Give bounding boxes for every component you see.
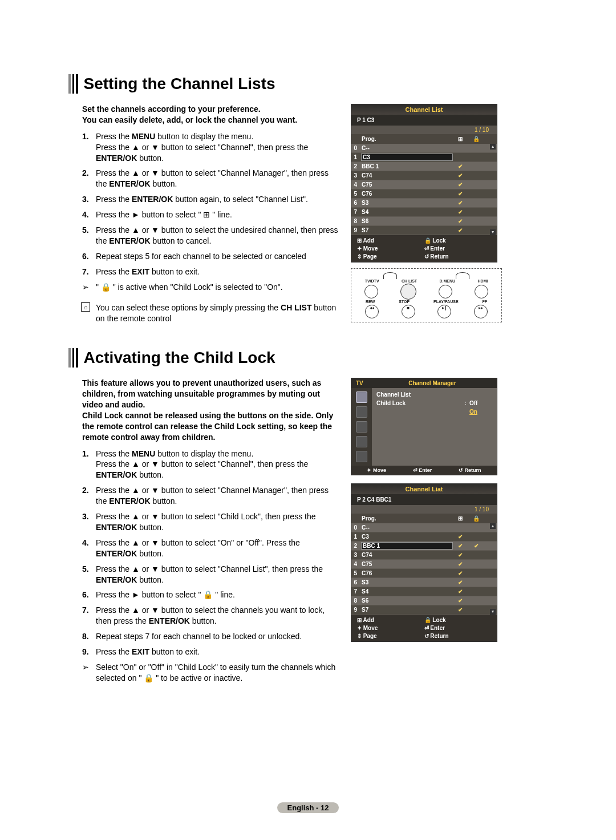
remote-illustration: TV/DTV CH LIST D.MENU HDMI REW STOP PLAY… — [351, 268, 502, 322]
cm-footer-move: ✦ Move — [367, 467, 386, 473]
osd2-footer: ⊞ Add 🔒 Lock ✦ Move ⏎ Enter ⇕ Page ↺ Ret… — [351, 615, 497, 641]
osd-cm-tv-label: TV — [351, 378, 368, 388]
osd-channel-row[interactable]: 0C-- — [351, 523, 497, 532]
step: Press the ▲ or ▼ button to select the ch… — [82, 605, 339, 627]
scroll-up-icon[interactable]: ▴ — [490, 523, 496, 529]
osd2-title: Channel Liat — [351, 484, 497, 494]
remote-label: TV/DTV — [365, 279, 379, 284]
osd-channel-row[interactable]: 6S3✔ — [351, 578, 497, 587]
col-prog: Prog. — [362, 515, 452, 522]
remote-button — [439, 285, 452, 298]
osd-channel-row[interactable]: 3C74✔ — [351, 551, 497, 560]
header-bars-icon — [68, 348, 78, 368]
osd-channel-row[interactable]: 2BBC 1✔ — [351, 162, 497, 171]
osd1-sub: P 1 C3 — [351, 115, 497, 126]
osd-footer-move: ✦ Move — [357, 625, 424, 631]
osd-footer-lock: 🔒 Lock — [424, 237, 492, 244]
osd-channel-row[interactable]: 4C75✔ — [351, 560, 497, 569]
section1-tip: You can select these options by simply p… — [68, 302, 339, 324]
section1-steps: Press the MENU button to display the men… — [68, 131, 339, 277]
step: Press the ▲ or ▼ button to select "Chann… — [82, 168, 339, 189]
osd-footer-move: ✦ Move — [357, 245, 424, 252]
osd2-sub: P 2 C4 BBC1 — [351, 494, 497, 505]
osd-channel-row[interactable]: 6S3✔ — [351, 199, 497, 208]
scroll-down-icon[interactable]: ▾ — [490, 229, 496, 235]
section2-header: Activating the Child Lock — [68, 348, 565, 368]
remote-label: CH LIST — [402, 279, 417, 284]
header-bars-icon — [68, 74, 78, 94]
step: Press the ▲ or ▼ button to select "Chann… — [82, 564, 339, 585]
osd-channel-row[interactable]: 9S7✔ — [351, 605, 497, 615]
col-add-icon: ⊞ — [452, 136, 468, 142]
cm-footer-return: ↺ Return — [459, 467, 481, 473]
section2-body: This feature allows you to prevent unaut… — [68, 378, 339, 686]
remote-chlist-button — [400, 284, 416, 300]
osd1-title: Channel List — [351, 104, 497, 115]
scroll-up-icon[interactable]: ▴ — [490, 144, 496, 150]
sidebar-icon — [356, 451, 367, 462]
osd-channel-row[interactable]: 9S7✔ — [351, 226, 497, 235]
child-lock-on-selected: On — [469, 409, 492, 415]
step: Press the ▲ or ▼ button to select "Chann… — [82, 485, 339, 507]
osd-footer-enter: ⏎ Enter — [424, 625, 492, 631]
remote-rew-icon: ◂◂ — [365, 305, 379, 318]
osd-cm-title: Channel Manager — [368, 378, 497, 388]
osd-channel-manager: TV Channel Manager Channel List Chi — [351, 378, 497, 475]
osd-cm-footer: ✦ Move ⏎ Enter ↺ Return — [351, 466, 497, 475]
osd-channel-row[interactable]: 4C75✔ — [351, 180, 497, 189]
remote-arc-icon — [456, 272, 469, 279]
osd-channel-row[interactable]: 1C3 — [351, 153, 497, 162]
osd-footer-page: ⇕ Page — [357, 633, 424, 639]
remote-label: PLAY/PAUSE — [433, 300, 459, 304]
sidebar-icon — [356, 406, 367, 418]
osd-channel-list-2: Channel Liat P 2 C4 BBC1 1 / 10 Prog. ⊞ … — [351, 483, 497, 642]
remote-label: STOP — [399, 300, 410, 304]
osd2-counter: 1 / 10 — [351, 505, 497, 514]
osd1-table-head: Prog. ⊞ 🔒 — [351, 134, 497, 144]
sidebar-icon — [356, 436, 367, 447]
osd1-footer: ⊞ Add 🔒 Lock ✦ Move ⏎ Enter ⇕ Page ↺ Ret… — [351, 235, 497, 262]
remote-arc-icon — [383, 272, 397, 279]
section1-body: Set the channels according to your prefe… — [68, 104, 339, 328]
remote-play-icon: ▸‖ — [437, 305, 451, 318]
osd-channel-list-1: Channel List P 1 C3 1 / 10 Prog. ⊞ 🔒 ▴ ▾… — [351, 104, 497, 262]
sidebar-icon — [356, 421, 367, 433]
step: Press the ▲ or ▼ button to select the un… — [82, 225, 339, 247]
osd-channel-row[interactable]: 0C-- — [351, 144, 497, 153]
osd-footer-return: ↺ Return — [424, 633, 492, 639]
scroll-down-icon[interactable]: ▾ — [490, 609, 496, 615]
osd-channel-row[interactable]: 7S4✔ — [351, 587, 497, 596]
osd-channel-row[interactable]: 8S6✔ — [351, 217, 497, 226]
step: Press the ► button to select " ⊞ " line. — [82, 209, 339, 220]
osd-footer-return: ↺ Return — [424, 253, 492, 260]
osd2-table-head: Prog. ⊞ 🔒 — [351, 514, 497, 523]
osd-channel-row[interactable]: 1C3✔ — [351, 532, 497, 542]
section1-title: Setting the Channel Lists — [84, 75, 275, 93]
sidebar-icon — [356, 391, 367, 403]
remote-button — [364, 285, 378, 298]
menu-item: Channel List — [376, 391, 492, 398]
col-prog: Prog. — [362, 136, 452, 142]
osd1-rows: ▴ ▾ 0C--1C32BBC 1✔3C74✔4C75✔5C76✔6S3✔7S4… — [351, 144, 497, 235]
remote-label: D.MENU — [439, 279, 455, 284]
section2-steps: Press the MENU button to display the men… — [68, 449, 339, 657]
osd-footer-add: ⊞ Add — [357, 237, 424, 244]
osd2-rows: ▴ ▾ 0C--1C3✔2BBC 1✔✔3C74✔4C75✔5C76✔6S3✔7… — [351, 523, 497, 615]
osd-channel-row[interactable]: 5C76✔ — [351, 189, 497, 199]
osd-channel-row[interactable]: 5C76✔ — [351, 569, 497, 578]
osd-channel-row[interactable]: 3C74✔ — [351, 171, 497, 180]
remote-ff-icon: ▸▸ — [474, 305, 488, 318]
osd1-counter: 1 / 10 — [351, 126, 497, 134]
step: Press the MENU button to display the men… — [82, 449, 339, 481]
step: Press the ► button to select " 🔒 " line. — [82, 589, 339, 600]
col-add-icon: ⊞ — [452, 515, 468, 522]
menu-item-child-lock: Child Lock — [376, 400, 464, 406]
section1-intro2: You can easily delete, add, or lock the … — [82, 115, 297, 124]
section2-intro2: Child Lock cannot be released using the … — [82, 411, 333, 442]
section1-note: " 🔒 " is active when "Child Lock" is sel… — [68, 282, 339, 293]
osd-channel-row[interactable]: 8S6✔ — [351, 596, 497, 605]
osd-channel-row[interactable]: 2BBC 1✔✔ — [351, 542, 497, 551]
osd-channel-row[interactable]: 7S4✔ — [351, 208, 497, 217]
col-lock-icon: 🔒 — [468, 515, 484, 522]
step: Press the ▲ or ▼ button to select "Child… — [82, 511, 339, 533]
